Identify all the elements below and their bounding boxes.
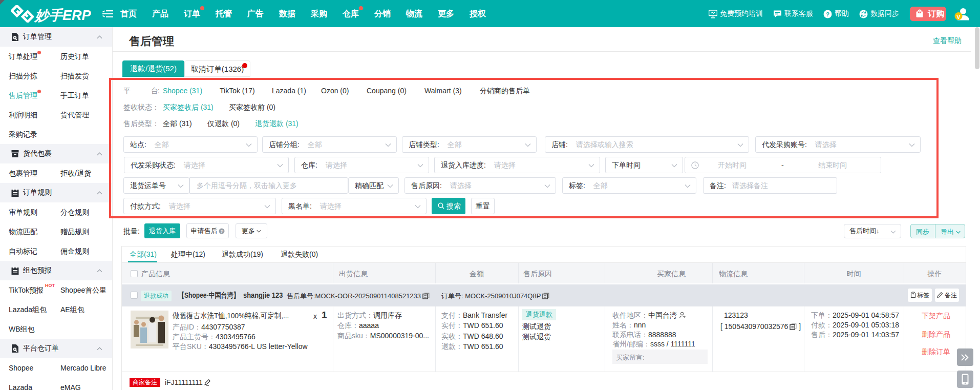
svg-text:?: ? xyxy=(826,11,829,17)
svg-text:V: V xyxy=(956,14,961,20)
svg-text:?: ? xyxy=(220,229,223,234)
